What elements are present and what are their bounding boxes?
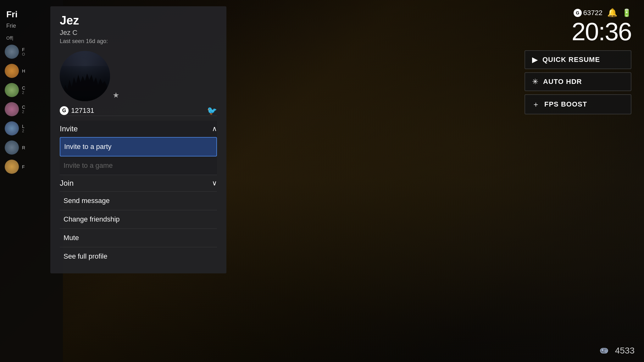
auto-hdr-label: AUTO HDR [543, 78, 582, 86]
profile-stats-row: G 127131 🐦 [60, 106, 217, 116]
avatar [5, 83, 19, 97]
join-label: Join [60, 179, 74, 188]
hdr-icon: ✳ [532, 77, 538, 86]
profile-last-seen: Last seen 16d ago: [60, 38, 217, 45]
hud-gamerscore-value: 63722 [583, 9, 602, 17]
fps-boost-label: FPS BOOST [544, 100, 587, 108]
invite-label: Invite [60, 124, 78, 133]
avatar [5, 121, 19, 135]
gamerscore-display: G 127131 [60, 106, 94, 115]
invite-to-party-label: Invite to a party [64, 143, 111, 151]
bottom-right-hud: 4533 [598, 346, 635, 356]
gamerscore-g-letter: G [62, 108, 66, 113]
quick-resume-label: QUICK RESUME [542, 56, 600, 64]
invite-section: Invite ∧ Invite to a party Invite to a g… [60, 121, 217, 175]
send-message-label: Send message [64, 197, 110, 205]
avatar [5, 102, 19, 116]
hud-gamerscore: G 63722 [574, 9, 602, 17]
invite-to-party-button[interactable]: Invite to a party [60, 137, 217, 156]
svg-point-3 [605, 350, 606, 351]
quick-actions: ▶ QUICK RESUME ✳ AUTO HDR ＋ FPS BOOST [525, 50, 631, 114]
hud-icons-row: G 63722 🔔 🔋 [572, 8, 631, 18]
svg-rect-2 [602, 349, 603, 351]
gamerscore-value: 127131 [71, 107, 94, 115]
hud-notifications-icon[interactable]: 🔔 [607, 8, 617, 18]
avatar-forest-bg [60, 66, 110, 101]
profile-avatar-section: ★ [60, 51, 217, 101]
play-icon: ▶ [532, 55, 538, 64]
twitter-icon[interactable]: 🐦 [207, 106, 217, 116]
menu-divider [60, 116, 217, 116]
change-friendship-button[interactable]: Change friendship [60, 210, 217, 228]
profile-display-name: Jez [60, 14, 217, 27]
change-friendship-label: Change friendship [64, 215, 120, 223]
mute-button[interactable]: Mute [60, 229, 217, 247]
profile-avatar-large [60, 51, 110, 101]
see-full-profile-button[interactable]: See full profile [60, 247, 217, 266]
send-message-button[interactable]: Send message [60, 192, 217, 210]
hud-top-right: G 63722 🔔 🔋 20:36 [572, 8, 631, 44]
controller-icon [598, 346, 610, 355]
invite-to-game-button: Invite to a game [60, 156, 217, 175]
avatar [5, 64, 19, 78]
avatar [5, 160, 19, 174]
profile-panel: Jez Jez C Last seen 16d ago: ★ G 127131 … [50, 6, 226, 273]
mute-label: Mute [64, 234, 79, 242]
hud-clock: 20:36 [572, 19, 631, 44]
invite-to-game-label: Invite to a game [64, 162, 113, 169]
svg-point-6 [605, 352, 606, 353]
fps-boost-icon: ＋ [532, 99, 540, 109]
fps-boost-button[interactable]: ＋ FPS BOOST [525, 94, 631, 114]
quick-resume-button[interactable]: ▶ QUICK RESUME [525, 50, 631, 69]
join-section[interactable]: Join ∨ [60, 175, 217, 191]
svg-point-5 [604, 351, 605, 352]
auto-hdr-button[interactable]: ✳ AUTO HDR [525, 72, 631, 91]
hud-gamerscore-icon: G [574, 9, 582, 17]
avatar [5, 45, 19, 59]
hud-battery-icon: 🔋 [622, 8, 631, 17]
gamerscore-icon: G [60, 106, 69, 115]
svg-point-4 [606, 351, 607, 352]
profile-header: Jez Jez C Last seen 16d ago: [60, 14, 217, 45]
join-chevron-down-icon: ∨ [212, 179, 217, 187]
see-full-profile-label: See full profile [64, 252, 107, 260]
invite-chevron-up-icon: ∧ [212, 125, 217, 133]
profile-gamertag: Jez C [60, 29, 217, 37]
avatar [5, 140, 19, 155]
invite-header[interactable]: Invite ∧ [60, 121, 217, 137]
favorite-star-icon[interactable]: ★ [113, 91, 119, 100]
hud-counter-value: 4533 [615, 346, 635, 356]
